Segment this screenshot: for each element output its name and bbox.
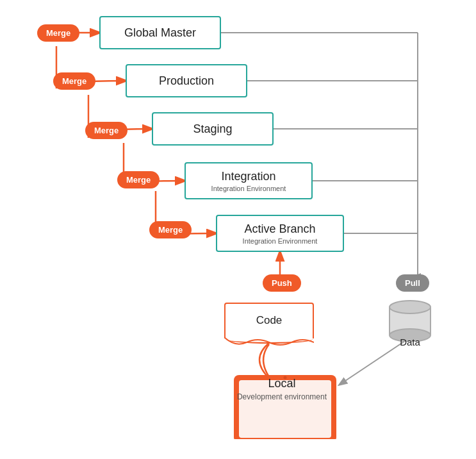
staging-label: Staging	[193, 122, 232, 136]
diagram: Global Master Production Staging Integra…	[0, 0, 476, 459]
local-sub-label: Development environment	[218, 392, 346, 401]
svg-point-11	[390, 301, 431, 313]
merge-button-3[interactable]: Merge	[117, 171, 160, 188]
integration-box: Integration Integration Environment	[185, 162, 313, 199]
merge-button-0[interactable]: Merge	[37, 24, 79, 42]
active-branch-sub-label: Integration Environment	[243, 237, 318, 245]
merge-button-2[interactable]: Merge	[85, 122, 127, 139]
code-box-wave	[224, 337, 314, 347]
integration-label: Integration	[221, 170, 275, 183]
production-box: Production	[126, 64, 247, 97]
merge-button-4[interactable]: Merge	[149, 221, 192, 238]
active-branch-box: Active Branch Integration Environment	[216, 215, 344, 252]
staging-box: Staging	[152, 112, 274, 146]
production-label: Production	[159, 74, 214, 88]
integration-sub-label: Integration Environment	[211, 185, 286, 192]
global-master-label: Global Master	[124, 26, 196, 40]
push-button[interactable]: Push	[263, 274, 301, 292]
active-branch-label: Active Branch	[244, 222, 315, 236]
data-label: Data	[400, 337, 420, 347]
cylinder-icon	[387, 297, 433, 342]
data-cylinder: Data	[384, 296, 436, 347]
merge-button-1[interactable]: Merge	[53, 72, 95, 90]
local-label: Local	[218, 377, 346, 390]
code-box: Code	[224, 303, 314, 338]
global-master-box: Global Master	[99, 16, 221, 49]
pull-button[interactable]: Pull	[396, 274, 429, 292]
local-laptop: Local Development environment	[218, 365, 352, 449]
